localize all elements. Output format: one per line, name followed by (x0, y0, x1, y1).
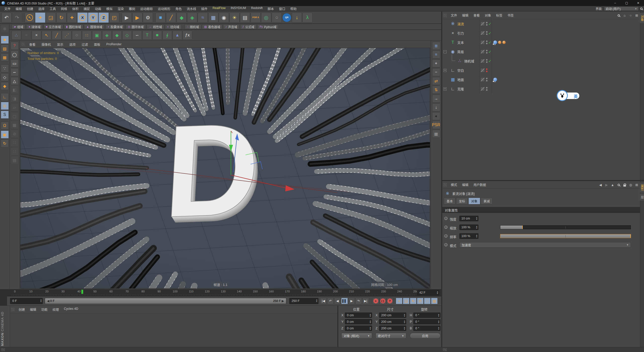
size-mode-dropdown[interactable]: 绝对尺寸▼ (376, 333, 406, 339)
om-menu-书签[interactable]: 书签 (505, 12, 516, 18)
om-menu-查看[interactable]: 查看 (471, 12, 482, 18)
menu-Redshift[interactable]: Redshift (249, 6, 265, 12)
menu-脚本[interactable]: 脚本 (265, 6, 276, 12)
magnet-snap-button[interactable]: Ω (1, 122, 9, 130)
menu-雕刻[interactable]: 雕刻 (127, 6, 137, 12)
axis-mode-button[interactable]: ∟ (1, 93, 9, 101)
material-menu-纹理[interactable]: 纹理 (50, 306, 61, 312)
qr-badge-button[interactable]: QR (282, 13, 291, 22)
menu-编辑[interactable]: 编辑 (13, 6, 24, 12)
viewport-menu-摄像机[interactable]: 摄像机 (39, 41, 54, 48)
am-menu-模式[interactable]: 模式 (448, 182, 460, 188)
interface-dropdown[interactable]: 启动 (用户)▼ (604, 7, 639, 11)
arrange-horizontal-icon[interactable]: ⇄ (432, 77, 440, 85)
camera-button[interactable]: ◉ (219, 13, 229, 23)
collider-tag-icon[interactable] (498, 41, 501, 44)
torus-field-button[interactable]: ◎圆环体域 (126, 24, 146, 29)
viewport-canvas[interactable]: D Number of emitters: 0 Total live parti… (20, 48, 430, 289)
reset-psr-button[interactable]: PSR 0 (251, 13, 261, 23)
prorender-tablet-button[interactable]: ▤ (240, 13, 250, 23)
spinner-icon[interactable]: ▲▼ (369, 320, 371, 324)
visibility-dots[interactable] (486, 50, 488, 54)
environment-button[interactable]: ▦ (208, 13, 218, 23)
move-down-icon[interactable]: ↓ (432, 103, 440, 111)
spinner-icon[interactable]: ▲▼ (369, 314, 371, 317)
om-new-panel-icon[interactable]: ⊞ (635, 14, 638, 17)
cage-sphere-icon[interactable]: ▣ (92, 31, 102, 40)
keyframe-toggle-icon[interactable] (444, 217, 448, 220)
timeline-end-field[interactable]: 42 F▲▼ (417, 290, 439, 295)
rectangle-select-icon[interactable]: ▭ (11, 59, 19, 67)
statusbar-grip[interactable] (443, 348, 447, 351)
prev-frame-button[interactable]: ◀ (334, 298, 341, 304)
coord-field-位置-X[interactable]: 0 cm▲▼ (345, 313, 372, 318)
menu-INSYDIUM[interactable]: INSYDIUM (228, 6, 248, 12)
coord-field-位置-Y[interactable]: 0 cm▲▼ (345, 319, 372, 324)
linear-field-button[interactable]: →线性域 (147, 24, 164, 29)
enabled-check-icon[interactable]: ✓ (488, 40, 492, 45)
key-position-button[interactable]: + (396, 298, 403, 304)
am-menu-用户数据[interactable]: 用户数据 (471, 182, 489, 188)
wire-sphere-button[interactable]: ○ (272, 13, 282, 23)
instances-icon[interactable]: ◈ (102, 31, 112, 40)
next-key-button[interactable]: ↷ (355, 298, 362, 304)
spline-pen-button[interactable]: ╱ (166, 13, 176, 23)
layer-box-icon[interactable] (480, 22, 485, 26)
object-row-文本[interactable]: T文本✓ (442, 38, 644, 47)
viewport-menu-选项[interactable]: 选项 (67, 41, 78, 48)
visibility-dots[interactable] (486, 68, 488, 72)
live-selection-button[interactable]: ↖ (25, 13, 35, 23)
visibility-dots[interactable] (486, 87, 488, 91)
mode-dropdown[interactable]: 加速度▼ (459, 242, 631, 248)
tab-attributes[interactable]: 属性 (640, 183, 644, 193)
texture-mode-button[interactable]: ▨ (1, 45, 9, 53)
am-menu-编辑[interactable]: 编辑 (460, 182, 471, 188)
mouse-input-button[interactable]: ⊙ (1, 102, 9, 110)
geo-sphere-button[interactable]: ◎ (261, 13, 271, 23)
panel-grip[interactable] (11, 308, 15, 311)
panel-grip[interactable] (21, 42, 25, 46)
am-lock-icon[interactable] (623, 183, 626, 187)
menu-角色[interactable]: 角色 (173, 6, 184, 12)
visibility-dots[interactable] (486, 59, 488, 63)
menu-运动跟踪[interactable]: 运动跟踪 (138, 6, 155, 12)
edges-mode-button[interactable]: ◇ (1, 73, 9, 81)
keyframe-selection-button[interactable]: ? (386, 298, 393, 304)
scale-tool-button[interactable]: ◲ (46, 13, 56, 23)
range-end-field[interactable]: 250 F▲▼ (289, 298, 318, 304)
play-pause-button[interactable]: ▌▌ (341, 298, 348, 304)
render-view-button[interactable]: ▶ (122, 13, 132, 23)
add-sibling-icon[interactable]: − (432, 68, 440, 76)
interface-search-icon[interactable] (640, 8, 642, 10)
layer-box-icon[interactable] (480, 59, 485, 63)
edit-spline-icon[interactable]: ╱ (52, 31, 61, 40)
menu-体积[interactable]: 体积 (70, 6, 81, 12)
attribute-value-field[interactable]: 10 cm▲▼ (459, 216, 478, 221)
menu-帮助[interactable]: 帮助 (288, 6, 299, 12)
coord-field-旋转-P[interactable]: 0 °▲▼ (413, 319, 440, 324)
mograph-cube-icon[interactable]: ■ (152, 31, 162, 40)
viewport-menu-过滤[interactable]: 过滤 (79, 41, 91, 48)
coord-field-旋转-B[interactable]: 0 °▲▼ (413, 326, 440, 331)
circle-select-icon[interactable]: ◯ (11, 51, 19, 59)
arrange-vertical-icon[interactable]: ⇅ (432, 86, 440, 94)
layer-box-icon[interactable] (480, 68, 485, 72)
cylinder-field-button[interactable]: ▮圆柱体域 (64, 24, 83, 29)
object-row-空白[interactable]: +∟空白 (442, 66, 644, 75)
spinner-icon[interactable]: ▲▼ (438, 314, 440, 317)
tab-layers[interactable]: 层 (640, 194, 644, 201)
points-graph-icon[interactable]: ∴ (12, 31, 21, 40)
hierarchy-vertical-icon[interactable]: ≣ (432, 42, 440, 50)
coord-field-尺寸-Z[interactable]: 200 cm▲▼ (379, 326, 406, 331)
convert-points-icon[interactable]: × (32, 31, 41, 40)
viewport-menu-查看[interactable]: 查看 (27, 41, 38, 48)
collider-tag-icon[interactable] (502, 41, 506, 44)
spinner-icon[interactable]: ▲▼ (404, 314, 406, 317)
attr-tab-坐标[interactable]: 坐标 (456, 198, 468, 204)
step-points-icon[interactable]: ⋰ (62, 31, 71, 40)
render-settings-button[interactable]: ⚙ (143, 13, 153, 23)
light-button[interactable]: ☀ (229, 13, 239, 23)
am-up-icon[interactable]: ▲ (611, 183, 614, 187)
am-forward-icon[interactable]: ▶ (605, 183, 608, 187)
om-filter-icon[interactable]: ○ (629, 14, 632, 17)
